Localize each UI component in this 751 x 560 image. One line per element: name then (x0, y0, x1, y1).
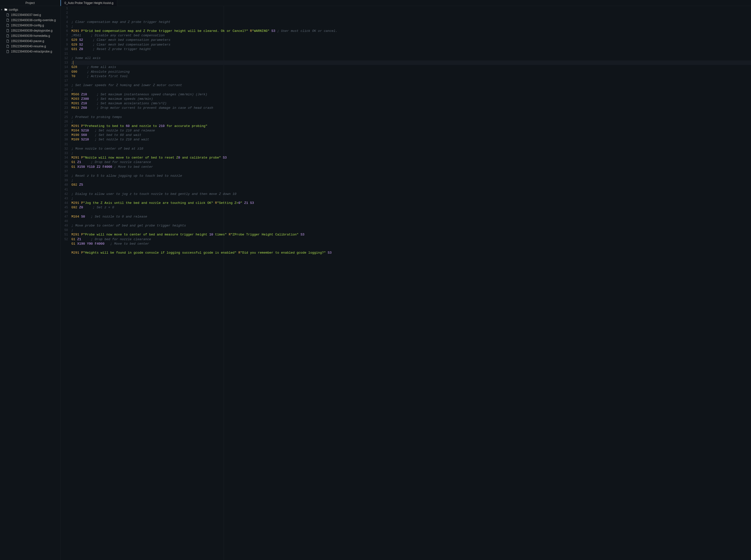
code-line[interactable]: M109 S210 ; Set nozzle to 210 and wait (72, 137, 751, 142)
tree-file[interactable]: 1552239493037-bed.g (0, 12, 60, 17)
code-line[interactable]: ; Set lower speeds for Z homing and lowe… (72, 83, 751, 87)
code-line[interactable]: M291 P"Preheating to bed to 60 and nozzl… (72, 124, 751, 128)
code-line[interactable]: ; home all axis (72, 56, 751, 60)
code-line[interactable]: M913 Z60 ; Drop motor current to prevent… (72, 106, 751, 110)
file-label: 1552239493038-config-override.g (11, 18, 56, 22)
tree-file[interactable]: 1552239493040-retractprobe.g (0, 49, 60, 54)
code-line[interactable]: ; (72, 228, 751, 233)
line-number: 26 (60, 119, 70, 124)
code-line[interactable]: ; Reset z to 5 to allow jogging up to to… (72, 174, 751, 178)
code-line[interactable]: M104 S210 ; Set nozzle to 210 and releas… (72, 128, 751, 133)
code-line[interactable] (72, 79, 751, 83)
tree-folder-configs[interactable]: ▾ configs (0, 7, 60, 12)
file-label: 1552239493039-config.g (11, 24, 44, 27)
code-line[interactable]: ; (72, 87, 751, 92)
code-line[interactable]: G1 Z1 ; Drop bed for nozzle clearance (72, 160, 751, 164)
line-number: 5 (60, 24, 70, 29)
tree-file[interactable]: 1552239493040-resume.g (0, 43, 60, 49)
code-line[interactable] (72, 169, 751, 174)
line-number: 23 (60, 106, 70, 110)
code-line[interactable]: G28 ; Home all axis (72, 65, 751, 69)
code-line[interactable]: M104 S0 ; Set nozzle to 0 and release (72, 215, 751, 219)
tree-file[interactable]: 1552239493040-pause.g (0, 38, 60, 43)
code-editor[interactable]: 1234567891011121314151617181920212223242… (60, 6, 751, 560)
code-line[interactable]: G92 Z5 (72, 183, 751, 187)
code-line[interactable] (72, 210, 751, 214)
line-number: 14 (60, 65, 70, 69)
file-icon (6, 24, 9, 27)
line-number: 43 (60, 196, 70, 201)
sidebar-title: Project (0, 0, 60, 6)
code-line[interactable] (72, 187, 751, 192)
code-line[interactable]: G31 Z0 ; Reset Z probe trigger height (72, 47, 751, 52)
code-line[interactable]: G90 ; Absolute positioning (72, 70, 751, 74)
tab-active[interactable]: 0_Auto Probe Trigger Height Assist.g (60, 0, 117, 6)
line-number: 46 (60, 210, 70, 214)
tree-file[interactable]: 1552239493039-config.g (0, 23, 60, 28)
code-line[interactable]: ; Dialog to allow user to jog z to touch… (72, 192, 751, 196)
code-line[interactable] (72, 246, 751, 251)
line-number: 31 (60, 142, 70, 146)
line-number: 39 (60, 178, 70, 183)
line-number: 48 (60, 219, 70, 223)
code-line[interactable]: G29 S2 ; Clear mesh bed compensation par… (72, 43, 751, 47)
code-line[interactable]: M203 Z300 ; Set maximum speeds (mm/min) (72, 97, 751, 101)
file-label: 1552239493040-retractprobe.g (11, 50, 52, 53)
code-line[interactable]: M291 P"Probe will now move to center of … (72, 233, 751, 237)
file-icon (6, 44, 9, 48)
code-line[interactable]: M291 P"Nozzle will now move to center of… (72, 156, 751, 160)
code-line[interactable]: G29 S2 ; Clear mesh bed compensation par… (72, 38, 751, 42)
tab-label: 0_Auto Probe Trigger Height Assist.g (64, 1, 114, 5)
code-line[interactable]: M291 P"Jog the Z Axis until the bed and … (72, 201, 751, 205)
file-label: 1552239493037-bed.g (11, 13, 41, 17)
line-number: 30 (60, 137, 70, 142)
line-number: 1 (60, 6, 70, 11)
code-line[interactable]: G92 Z0 ; Set z = 0 (72, 205, 751, 210)
file-icon (6, 18, 9, 22)
code-line[interactable]: ; Move nozzle to center of bed at z10 (72, 146, 751, 151)
file-label: 1552239493039-deployprobe.g (11, 29, 53, 32)
code-line[interactable] (72, 110, 751, 115)
code-line[interactable]: M201 Z10 ; Set maximum accelerations (mm… (72, 101, 751, 106)
code-line[interactable]: M566 Z10 ; Set maximum instantaneous spe… (72, 92, 751, 97)
line-number: 10 (60, 47, 70, 52)
line-number: 27 (60, 124, 70, 128)
file-tree-sidebar[interactable]: ▾ configs 1552239493037-bed.g15522394930… (0, 6, 60, 560)
code-line[interactable]: ; (72, 196, 751, 201)
code-line[interactable]: ; (72, 178, 751, 183)
code-line[interactable]: M291 P"Grid bed compensation map and Z P… (72, 29, 751, 33)
code-line[interactable]: G1 Z1 ; Drop bed for nozzle clearance (72, 237, 751, 242)
line-number: 20 (60, 92, 70, 97)
tab-bar: 0_Auto Probe Trigger Height Assist.g (60, 0, 751, 6)
file-icon (6, 50, 9, 53)
code-line[interactable]: ; (72, 60, 751, 65)
tree-file[interactable]: 1552239493039-homedelta.g (0, 33, 60, 38)
code-line[interactable]: G1 X190 Y90 F4000 ; Move to bed center (72, 242, 751, 246)
code-area[interactable]: ; Clear compensation map and Z probe tri… (70, 6, 751, 560)
code-line[interactable] (72, 52, 751, 56)
code-line[interactable]: G1 X150 Y110 Z2 F4000 ; Move to bed cent… (72, 165, 751, 169)
line-number: 13 (60, 60, 70, 65)
line-number: 18 (60, 83, 70, 87)
code-line[interactable]: ; (72, 119, 751, 124)
code-line[interactable]: ; Clear compensation map and Z probe tri… (72, 20, 751, 24)
code-line[interactable]: ; (72, 151, 751, 156)
line-number: 21 (60, 97, 70, 101)
code-line[interactable]: M291 P"Heights will be found in gcode co… (72, 251, 751, 255)
file-icon (6, 34, 9, 38)
code-line[interactable]: ; Preheat to probing temps (72, 115, 751, 119)
tree-file[interactable]: 1552239493038-config-override.g (0, 17, 60, 23)
code-line[interactable]: M190 S60 ; Set bed to 60 and wait (72, 133, 751, 137)
code-line[interactable]: ;M561 ; Disable any current bed compensa… (72, 33, 751, 38)
code-line[interactable]: ; (72, 24, 751, 29)
tree-file[interactable]: 1552239493039-deployprobe.g (0, 28, 60, 33)
code-line[interactable]: ; Move probe to center of bed and get pr… (72, 223, 751, 228)
line-number: 52 (60, 237, 70, 242)
folder-label: configs (9, 8, 18, 12)
code-line[interactable]: T0 ; Activate first tool (72, 74, 751, 79)
line-number: 16 (60, 74, 70, 79)
line-number: 2 (60, 11, 70, 15)
code-line[interactable] (72, 219, 751, 223)
code-line[interactable] (72, 142, 751, 146)
line-number: 33 (60, 151, 70, 156)
